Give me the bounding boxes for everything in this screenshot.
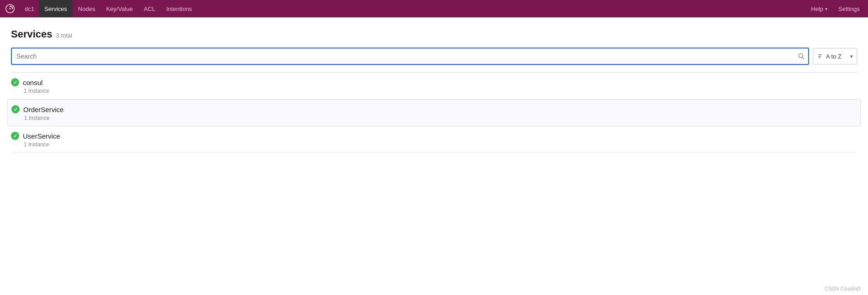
nav-keyvalue[interactable]: Key/Value (101, 0, 138, 17)
sort-control: A to Z ▾ (813, 48, 857, 64)
service-name: OrderService (23, 106, 64, 113)
service-status-icon (11, 132, 19, 140)
main-content: Services 3 total A to Z (0, 17, 868, 295)
nav-nodes[interactable]: Nodes (73, 0, 101, 17)
service-instance-count: 1 Instance (11, 115, 857, 121)
svg-point-1 (9, 8, 11, 10)
service-item[interactable]: UserService 1 Instance (11, 126, 857, 153)
navbar: dc1 Services Nodes Key/Value ACL Intenti… (0, 0, 868, 17)
search-input-wrapper (11, 48, 809, 65)
service-count: 3 total (56, 32, 72, 39)
service-name-row: consul (11, 78, 857, 86)
page-header: Services 3 total (11, 28, 857, 40)
navbar-right: Help ▾ Settings (806, 0, 864, 17)
page-title: Services (11, 28, 53, 40)
nav-intentions[interactable]: Intentions (161, 0, 197, 17)
sort-caret-button[interactable]: ▾ (846, 48, 857, 64)
sort-label: A to Z (826, 53, 842, 60)
help-label: Help (811, 5, 823, 12)
service-name: UserService (23, 132, 60, 140)
service-list: consul 1 Instance OrderService 1 Instanc… (11, 72, 857, 153)
navbar-left: dc1 Services Nodes Key/Value ACL Intenti… (4, 0, 197, 17)
consul-logo-icon (4, 2, 16, 15)
footer-text: CSDN ©JustinD (825, 286, 861, 291)
search-input[interactable] (12, 48, 808, 64)
service-name: consul (23, 79, 42, 86)
search-bar: A to Z ▾ (11, 48, 857, 65)
nav-services[interactable]: Services (39, 0, 73, 17)
help-menu[interactable]: Help ▾ (806, 0, 832, 17)
help-chevron-icon: ▾ (825, 6, 827, 11)
service-name-row: OrderService (11, 105, 857, 113)
service-instance-count: 1 Instance (11, 88, 857, 94)
service-instance-count: 1 Instance (11, 141, 857, 148)
footer: CSDN ©JustinD (825, 286, 861, 291)
search-button[interactable] (798, 53, 804, 59)
service-status-icon (11, 78, 19, 86)
nav-acl[interactable]: ACL (138, 0, 161, 17)
sort-button[interactable]: A to Z (813, 48, 847, 64)
settings-link[interactable]: Settings (834, 0, 864, 17)
svg-line-3 (802, 57, 804, 59)
sort-dropdown-icon: ▾ (850, 54, 853, 59)
service-name-row: UserService (11, 132, 857, 140)
sort-icon (818, 53, 824, 59)
service-item[interactable]: OrderService 1 Instance (7, 99, 861, 126)
service-item[interactable]: consul 1 Instance (11, 73, 857, 99)
service-status-icon (11, 105, 20, 113)
datacenter-label[interactable]: dc1 (20, 0, 39, 17)
